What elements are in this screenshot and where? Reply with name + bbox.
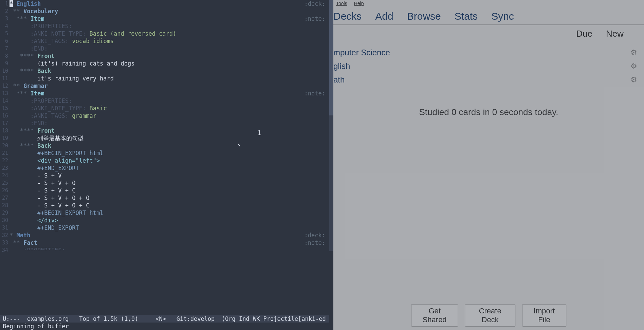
tag-note: :note: — [305, 15, 329, 22]
gear-icon[interactable]: ⚙ — [630, 48, 637, 57]
properties-begin: :PROPERTIES: — [30, 97, 72, 104]
heading-grammar: Grammar — [23, 82, 48, 89]
deck-name[interactable]: mputer Science — [333, 48, 630, 57]
heading-vocabulary: Vocabulary — [23, 8, 58, 15]
menu-help[interactable]: Help — [354, 1, 364, 7]
prop-tags-value: vocab idioms — [72, 38, 114, 44]
html-div-close: </div> — [37, 217, 58, 224]
deck-name[interactable]: glish — [333, 61, 630, 71]
heading-front: Front — [37, 53, 55, 59]
list-item: - S + V + O + O — [37, 195, 90, 201]
tab-browse[interactable]: Browse — [407, 11, 441, 22]
gear-icon[interactable]: ⚙ — [630, 62, 637, 71]
heading-fact: Fact — [23, 239, 37, 246]
list-item: - S + V + C — [37, 187, 76, 194]
prop-note-type-value: Basic — [89, 105, 107, 112]
deck-name[interactable]: ath — [333, 75, 630, 85]
tab-sync[interactable]: Sync — [491, 11, 514, 22]
study-status: Studied 0 cards in 0 seconds today. — [333, 107, 644, 117]
front-content: 列举最基本的句型 — [37, 135, 84, 142]
front-content: (it's) raining cats and dogs — [37, 60, 135, 67]
deck-row[interactable]: glish ⚙ — [333, 59, 644, 73]
minibuffer: Beginning of buffer — [0, 323, 329, 330]
overlay-hint: 1 — [257, 129, 261, 136]
mode-line: U:--- examples.org Top of 1.5k (1,0) <N>… — [0, 315, 329, 323]
heading-math: Math — [17, 232, 31, 239]
heading-front: Front — [37, 127, 55, 134]
editor-pane: 1 2 3 4 5 6 7 8 9 10 11 12 13 14 15 16 1… — [0, 0, 329, 330]
tab-decks[interactable]: Decks — [333, 11, 362, 22]
scrollbar[interactable] — [329, 0, 333, 251]
heading-back: Back — [37, 142, 51, 149]
heading-item: Item — [30, 15, 44, 22]
tab-add[interactable]: Add — [375, 11, 393, 22]
tag-deck: :deck: — [305, 0, 329, 7]
gear-icon[interactable]: ⚙ — [630, 75, 637, 84]
list-item: - S + V + O — [37, 180, 76, 186]
list-item: - S + V + O + C — [37, 202, 90, 209]
col-due: Due — [576, 29, 592, 39]
tag-note: :note: — [305, 239, 329, 246]
line-number-gutter: 1 2 3 4 5 6 7 8 9 10 11 12 13 14 15 16 1… — [0, 0, 10, 330]
export-begin: #+BEGIN_EXPORT html — [37, 150, 103, 157]
deck-row[interactable]: mputer Science ⚙ — [333, 46, 644, 59]
properties-end: :END: — [30, 120, 48, 127]
prop-note-type-key: :ANKI_NOTE_TYPE: — [30, 30, 86, 37]
back-content: it's raining very hard — [37, 75, 114, 82]
menu-bar: Tools Help — [333, 0, 644, 8]
import-file-button[interactable]: Import File — [522, 304, 566, 327]
prop-note-type-key: :ANKI_NOTE_TYPE: — [30, 105, 86, 112]
export-end: #+END_EXPORT — [37, 224, 79, 231]
list-item: - S + V — [37, 172, 62, 179]
create-deck-button[interactable]: Create Deck — [465, 304, 515, 327]
menu-tools[interactable]: Tools — [336, 1, 347, 7]
properties-end: :END: — [30, 45, 48, 52]
get-shared-button[interactable]: Get Shared — [411, 304, 458, 327]
prop-note-type-value: Basic (and reversed card) — [89, 30, 176, 37]
heading-back: Back — [37, 68, 51, 74]
heading-english: English — [17, 0, 41, 7]
footer-buttons: Get Shared Create Deck Import File — [411, 304, 567, 327]
properties-begin: :PROPERTIES: — [30, 23, 72, 30]
deck-row[interactable]: ath ⚙ — [333, 73, 644, 87]
export-end: #+END_EXPORT — [37, 165, 79, 171]
anki-window: Tools Help Decks Add Browse Stats Sync D… — [333, 0, 644, 330]
deck-list: mputer Science ⚙ glish ⚙ ath ⚙ — [333, 42, 644, 87]
tab-stats[interactable]: Stats — [455, 11, 478, 22]
col-new: New — [606, 29, 624, 39]
export-begin: #+BEGIN_EXPORT html — [37, 209, 103, 216]
scrollbar-thumb[interactable] — [329, 0, 333, 115]
prop-tags-key: :ANKI_TAGS: — [30, 38, 69, 44]
tag-deck: :deck: — [305, 232, 329, 239]
heading-item: Item — [30, 90, 44, 97]
tab-bar: Decks Add Browse Stats Sync — [333, 8, 644, 25]
properties-begin: :PROPERTIES: — [23, 247, 65, 250]
prop-tags-key: :ANKI_TAGS: — [30, 112, 69, 119]
prop-tags-value: grammar — [72, 112, 96, 119]
tag-note: :note: — [305, 90, 329, 97]
deck-columns: Due New — [333, 25, 644, 42]
html-div-open: <div align="left"> — [37, 157, 100, 164]
code-area[interactable]: * English:deck: ** Vocabulary *** Item:n… — [10, 0, 329, 250]
